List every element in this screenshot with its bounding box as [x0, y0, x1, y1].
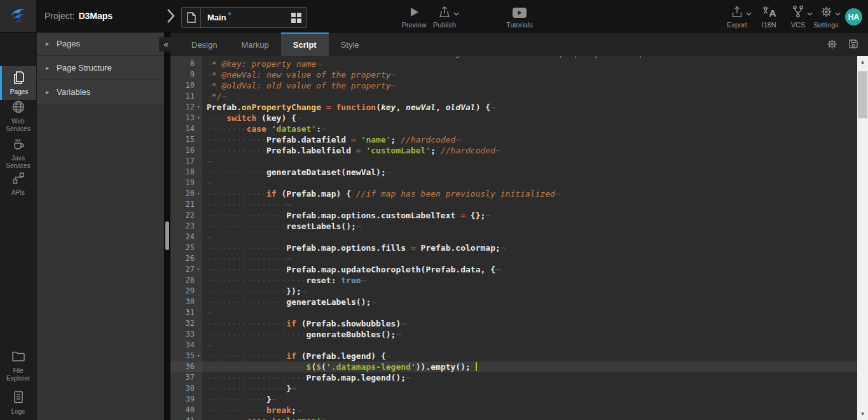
code-line[interactable]: 10·* @oldVal: old value of the property¬ — [170, 80, 857, 91]
scrollbar-up-arrow[interactable]: ▲ — [857, 57, 868, 67]
panel-scrollbar-thumb[interactable] — [165, 221, 169, 250]
gutter-line-number: 39 — [170, 394, 202, 405]
scrollbar-down-arrow[interactable]: ▼ — [857, 409, 868, 419]
rail-item-pages[interactable]: Pages — [0, 66, 36, 100]
code-line[interactable]: 8·* @key: property name¬ — [170, 59, 857, 69]
gutter-line-number: 30 — [170, 297, 202, 307]
rail-item-web-services[interactable]: Web Services — [0, 99, 36, 133]
code-line-text: ·* @newVal: new value of the property¬ — [202, 69, 857, 80]
code-line[interactable]: 30················generateLabels();¬ — [170, 297, 857, 307]
code-line-text: ·* @key: property name¬ — [202, 59, 857, 69]
rail-item-apis[interactable]: APIs — [0, 171, 36, 197]
gutter-line-number: 12▾ — [170, 102, 202, 113]
code-line[interactable]: 37····················Prefab.map.legend(… — [170, 372, 857, 383]
fold-arrow-icon[interactable]: ▾ — [195, 113, 202, 123]
editor-scrollbar-thumb[interactable] — [858, 71, 867, 118]
code-line[interactable]: 27▾················Prefab.map.updateChor… — [170, 264, 857, 275]
code-line-text: ············break;¬ — [202, 405, 857, 416]
code-line[interactable]: 39············}¬ — [170, 394, 857, 405]
fold-arrow-icon[interactable]: ▾ — [195, 188, 202, 199]
code-line[interactable]: 23················resetLabels();¬ — [170, 221, 857, 232]
gutter-line-number: 9 — [170, 69, 202, 80]
code-line[interactable]: 18············generateDataset(newVal);¬ — [170, 167, 857, 178]
publish-button[interactable]: Publish — [426, 4, 463, 29]
code-line-text: ················generateLabels();¬ — [202, 297, 857, 307]
panel-section-pages[interactable]: ▸Pages — [37, 32, 165, 56]
play-icon — [408, 4, 420, 18]
tab-script[interactable]: Script — [281, 32, 329, 56]
breadcrumb[interactable]: Project: D3Maps — [45, 0, 113, 32]
panel-collapse-button[interactable]: « — [159, 37, 173, 52]
code-line[interactable]: 9·* @newVal: new value of the property¬ — [170, 69, 857, 80]
gutter-line-number: 20▾ — [170, 188, 202, 199]
gutter-line-number: 19 — [170, 178, 202, 188]
rail-item-file-explorer[interactable]: File Explorer — [0, 349, 36, 382]
panel-section-variables[interactable]: ▸Variables — [37, 80, 165, 104]
save-icon[interactable] — [848, 38, 859, 50]
code-line[interactable]: 31¬ — [170, 307, 857, 318]
tutorials-button[interactable]: Tutorials — [501, 4, 538, 29]
script-editor[interactable]: 7·* this method will be called when ther… — [170, 56, 857, 420]
code-line[interactable]: 24¬ — [170, 232, 857, 242]
code-line[interactable]: 32················if (Prefab.showbubbles… — [170, 318, 857, 329]
action-label: Publish — [433, 21, 456, 29]
pages-icon — [11, 70, 27, 87]
code-line[interactable]: 21················¬ — [170, 199, 857, 210]
code-line[interactable]: 34¬ — [170, 340, 857, 351]
layout-grid-icon[interactable] — [286, 8, 307, 27]
rail-item-logs[interactable]: Logs — [0, 389, 36, 416]
code-line[interactable]: 35▾················if (Prefab.legend) {¬ — [170, 351, 857, 361]
code-line[interactable]: 17¬ — [170, 156, 857, 167]
code-line[interactable]: 28····················reset: true¬ — [170, 275, 857, 286]
user-avatar[interactable]: HA — [845, 8, 862, 25]
gutter-line-number: 34 — [170, 340, 202, 351]
code-line-text: ················Prefab.map.options.custo… — [202, 210, 857, 221]
globe-icon — [11, 99, 26, 116]
gutter-line-number: 17 — [170, 156, 202, 167]
code-line[interactable]: 22················Prefab.map.options.cus… — [170, 210, 857, 221]
fold-arrow-icon[interactable]: ▾ — [195, 102, 202, 113]
fold-arrow-icon[interactable]: ▾ — [195, 264, 202, 275]
panel-section-label: Page Structure — [57, 63, 112, 73]
code-line[interactable]: 11·*/¬ — [170, 91, 857, 102]
code-line[interactable]: 13▾····switch (key) {¬ — [170, 113, 857, 123]
code-line[interactable]: 29················});¬ — [170, 286, 857, 297]
code-line[interactable]: 19¬ — [170, 178, 857, 188]
code-line[interactable]: 33····················generateBubbles();… — [170, 329, 857, 340]
tab-design[interactable]: Design — [179, 32, 229, 56]
branch-icon — [791, 4, 805, 18]
pages-panel: ▸Pages▸Page Structure▸Variables — [36, 32, 165, 420]
code-line-text: ········case 'colormap':¬ — [202, 416, 857, 420]
rail-item-label: Pages — [2, 88, 36, 96]
panel-section-page-structure[interactable]: ▸Page Structure — [37, 56, 165, 80]
code-line[interactable]: 40············break;¬ — [170, 405, 857, 416]
page-file-icon — [182, 8, 201, 27]
code-line[interactable]: 15············Prefab.datafield = 'name';… — [170, 134, 857, 145]
open-page-tab[interactable]: Main * — [181, 7, 307, 28]
unsaved-changes-marker: * — [228, 11, 231, 20]
editor-scrollbar-track[interactable]: ▲ ▼ — [857, 56, 868, 420]
action-label: Preview — [401, 21, 426, 29]
gutter-line-number: 32 — [170, 318, 202, 329]
rail-item-label: APIs — [1, 189, 36, 197]
code-line[interactable]: 26················¬ — [170, 253, 857, 264]
settings-button[interactable]: Settings — [808, 4, 844, 29]
code-line[interactable]: 41········case 'colormap':¬ — [170, 416, 857, 420]
code-line[interactable]: 25················Prefab.map.options.fil… — [170, 242, 857, 253]
panel-scrollbar-track[interactable] — [164, 32, 170, 420]
tab-style[interactable]: Style — [329, 32, 371, 56]
tab-markup[interactable]: Markup — [229, 32, 280, 56]
code-line[interactable]: 16············Prefab.labelfield = 'custo… — [170, 145, 857, 156]
page-settings-gear-icon[interactable] — [826, 38, 838, 50]
code-line[interactable]: 14········case 'dataset':¬ — [170, 123, 857, 134]
gutter-line-number: 38 — [170, 383, 202, 394]
code-line[interactable]: 36····················$($('.datamaps-leg… — [170, 361, 857, 372]
code-line[interactable]: 12▾Prefab.onPropertyChange = function(ke… — [170, 102, 857, 113]
expand-arrow-icon: ▸ — [46, 88, 49, 95]
rail-item-java-services[interactable]: Java Services — [0, 136, 36, 170]
code-line[interactable]: 20▾············if (Prefab.map) { //if ma… — [170, 188, 857, 199]
coffee-icon — [11, 136, 26, 153]
app-logo[interactable] — [0, 0, 36, 32]
fold-arrow-icon[interactable]: ▾ — [195, 351, 202, 361]
code-line[interactable]: 38················}¬ — [170, 383, 857, 394]
